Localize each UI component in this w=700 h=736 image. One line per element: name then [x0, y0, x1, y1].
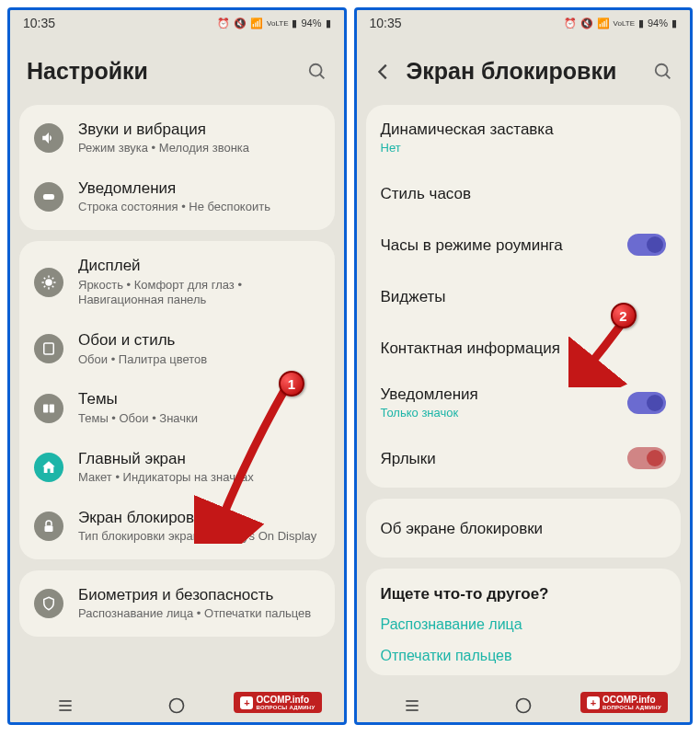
row-subtitle: Только значок — [381, 406, 628, 421]
svg-line-1 — [319, 74, 324, 78]
settings-row[interactable]: Динамическая заставкаНет — [366, 109, 682, 167]
page-title: Экран блокировки — [407, 58, 654, 85]
settings-card: Звуки и вибрацияРежим звука • Мелодия зв… — [19, 105, 335, 230]
nav-bar: + OCOMP.info ВОПРОСЫ АДМИНУ — [357, 687, 691, 722]
status-icons: ⏰ 🔇 📶 VoLTE ▮ 94% ▮ — [564, 17, 677, 29]
row-subtitle: Тип блокировки экрана • Always On Displa… — [78, 529, 320, 545]
svg-point-3 — [45, 279, 52, 286]
nav-home-icon[interactable] — [514, 696, 533, 715]
settings-row[interactable]: Экран блокировкиТип блокировки экрана • … — [19, 497, 335, 556]
wifi-icon: 📶 — [250, 17, 263, 29]
svg-point-0 — [309, 63, 321, 75]
settings-row[interactable]: УведомленияСтрока состояния • Не беспоко… — [19, 167, 335, 226]
battery-icon: ▮ — [671, 17, 677, 29]
wifi-icon: 📶 — [597, 17, 610, 29]
settings-row[interactable]: Ярлыки — [366, 432, 682, 484]
settings-row[interactable]: Стиль часов — [366, 167, 682, 219]
other-link[interactable]: Распознавание лица — [366, 609, 682, 640]
row-subtitle: Яркость • Комфорт для глаз • Навигационн… — [78, 278, 320, 309]
settings-row[interactable]: УведомленияТолько значок — [366, 374, 682, 432]
watermark-text: OCOMP.info — [602, 695, 661, 705]
nav-recent-icon[interactable] — [403, 696, 421, 715]
alarm-icon: ⏰ — [564, 17, 577, 29]
page-title: Настройки — [27, 58, 307, 85]
toggle-switch[interactable] — [627, 392, 666, 414]
battery-icon: ▮ — [326, 17, 331, 29]
settings-row[interactable]: ДисплейЯркость • Комфорт для глаз • Нави… — [19, 245, 335, 319]
status-time: 10:35 — [23, 16, 55, 30]
status-icons: ⏰ 🔇 📶 VoLTE ▮ 94% ▮ — [217, 17, 330, 29]
phone-right: 10:35 ⏰ 🔇 📶 VoLTE ▮ 94% ▮ Экран блокиров… — [354, 7, 694, 725]
search-icon[interactable] — [653, 62, 673, 82]
status-bar: 10:35 ⏰ 🔇 📶 VoLTE ▮ 94% ▮ — [357, 10, 691, 34]
settings-card: Об экране блокировки — [366, 499, 682, 558]
watermark-badge: + OCOMP.info ВОПРОСЫ АДМИНУ — [580, 692, 668, 713]
settings-row[interactable]: Биометрия и безопасностьРаспознавание ли… — [19, 574, 335, 633]
plus-icon: + — [240, 696, 253, 709]
row-title: Уведомления — [381, 385, 628, 404]
svg-rect-2 — [43, 194, 54, 200]
row-title: Динамическая заставка — [381, 120, 667, 139]
settings-card: ДисплейЯркость • Комфорт для глаз • Нави… — [19, 241, 335, 559]
battery-text: 94% — [648, 17, 668, 29]
toggle-switch[interactable] — [627, 447, 666, 469]
svg-point-18 — [516, 699, 530, 713]
row-title: Об экране блокировки — [381, 519, 667, 538]
status-time: 10:35 — [370, 16, 402, 30]
svg-line-14 — [666, 74, 671, 78]
header: Настройки — [10, 34, 344, 105]
svg-point-11 — [170, 699, 184, 713]
other-link[interactable]: Отпечатки пальцев — [366, 640, 682, 672]
back-icon[interactable] — [373, 62, 394, 82]
row-title: Контактная информация — [381, 339, 667, 358]
header: Экран блокировки — [357, 34, 691, 105]
row-subtitle: Макет • Индикаторы на значках — [78, 470, 320, 486]
display-icon — [34, 268, 63, 297]
svg-point-13 — [656, 63, 668, 75]
settings-row[interactable]: Главный экранМакет • Индикаторы на значк… — [19, 438, 335, 497]
row-title: Дисплей — [78, 256, 320, 275]
volte-icon: VoLTE — [267, 19, 288, 28]
row-subtitle: Режим звука • Мелодия звонка — [78, 141, 320, 156]
settings-card: Динамическая заставкаНетСтиль часовЧасы … — [366, 105, 682, 488]
watermark-badge: + OCOMP.info ВОПРОСЫ АДМИНУ — [234, 692, 321, 713]
row-title: Часы в режиме роуминга — [381, 236, 628, 255]
row-title: Звуки и вибрация — [78, 120, 320, 139]
notify-icon — [34, 182, 63, 212]
status-bar: 10:35 ⏰ 🔇 📶 VoLTE ▮ 94% ▮ — [10, 10, 344, 34]
nav-recent-icon[interactable] — [56, 696, 75, 715]
nav-bar: + OCOMP.info ВОПРОСЫ АДМИНУ — [10, 687, 344, 722]
mute-icon: 🔇 — [234, 17, 247, 29]
toggle-switch[interactable] — [627, 234, 666, 256]
signal-icon: ▮ — [292, 17, 297, 29]
lockscreen-settings: Динамическая заставкаНетСтиль часовЧасы … — [357, 105, 691, 687]
signal-icon: ▮ — [638, 17, 644, 29]
settings-row[interactable]: Звуки и вибрацияРежим звука • Мелодия зв… — [19, 109, 335, 167]
annotation-marker-1: 1 — [279, 371, 304, 397]
row-subtitle: Нет — [381, 141, 667, 156]
search-icon[interactable] — [307, 62, 327, 82]
settings-row[interactable]: Контактная информация — [366, 322, 682, 374]
other-card: Ищете что-то другое? Распознавание лицаО… — [366, 569, 682, 675]
themes-icon — [34, 394, 63, 423]
phone-left: 10:35 ⏰ 🔇 📶 VoLTE ▮ 94% ▮ Настройки Звук… — [7, 7, 347, 725]
row-subtitle: Строка состояния • Не беспокоить — [78, 200, 320, 215]
settings-row[interactable]: Обои и стильОбои • Палитра цветов — [19, 319, 335, 378]
settings-row[interactable]: Об экране блокировки — [366, 502, 682, 554]
link-text: Отпечатки пальцев — [381, 648, 512, 663]
speaker-icon — [34, 123, 63, 153]
alarm-icon: ⏰ — [217, 17, 230, 29]
annotation-marker-2: 2 — [611, 303, 637, 328]
watermark-sub: ВОПРОСЫ АДМИНУ — [256, 705, 315, 710]
row-title: Биометрия и безопасность — [78, 585, 320, 604]
home-icon — [34, 453, 63, 482]
nav-home-icon[interactable] — [167, 696, 186, 715]
row-title: Главный экран — [78, 449, 320, 468]
row-title: Экран блокировки — [78, 508, 320, 527]
shield-icon — [34, 589, 63, 618]
settings-row[interactable]: Часы в режиме роуминга — [366, 219, 682, 270]
watermark-text: OCOMP.info — [256, 695, 315, 705]
mute-icon: 🔇 — [580, 17, 593, 29]
other-heading: Ищете что-то другое? — [366, 572, 682, 609]
row-title: Стиль часов — [381, 184, 667, 203]
